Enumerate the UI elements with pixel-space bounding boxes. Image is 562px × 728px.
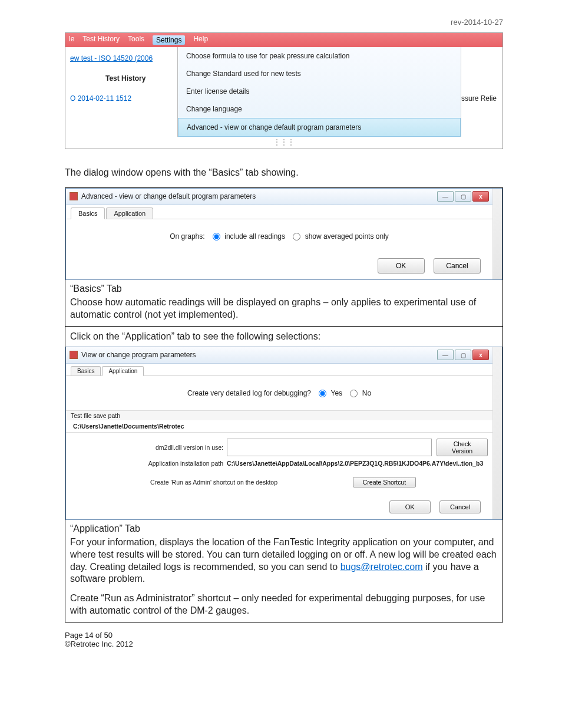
application-dialog-title: View or change program parameters [81, 351, 437, 359]
run-admin-label: Create 'Run as Admin' shortcut on the de… [71, 479, 281, 486]
minimize-button[interactable]: — [437, 350, 454, 360]
cancel-button[interactable]: Cancel [439, 500, 481, 513]
radio-log-no-label: No [362, 389, 371, 397]
application-dialog: View or change program parameters — ▢ x … [65, 347, 503, 520]
on-graphs-row: On graphs: include all readings show ave… [77, 232, 482, 241]
dialog-icon [70, 351, 78, 359]
application-caption: “Application” Tab [65, 520, 503, 534]
radio-include-all-label: include all readings [224, 232, 285, 241]
radio-include-all[interactable] [213, 233, 220, 241]
radio-log-no[interactable] [350, 390, 358, 397]
grip-icon: ⋮⋮⋮ [65, 137, 503, 149]
tab-basics[interactable]: Basics [71, 366, 101, 375]
ok-button[interactable]: OK [378, 258, 425, 274]
basics-description: Choose how automatic readings will be di… [65, 294, 503, 326]
menu-item-test-history[interactable]: Test History [82, 35, 120, 45]
savepath-label: Test file save path [66, 410, 492, 420]
ok-button[interactable]: OK [389, 500, 431, 513]
cancel-button[interactable]: Cancel [434, 258, 481, 274]
create-shortcut-button[interactable]: Create Shortcut [353, 477, 416, 487]
left-link-new-test[interactable]: ew test - ISO 14520 (2006 [70, 54, 173, 62]
minimize-button[interactable]: — [437, 191, 454, 202]
tab-basics[interactable]: Basics [71, 207, 105, 219]
maximize-button[interactable]: ▢ [455, 191, 471, 202]
close-button[interactable]: x [472, 350, 489, 360]
on-graphs-label: On graphs: [170, 232, 204, 241]
application-description-2: Create “Run as Administrator” shortcut –… [65, 590, 503, 622]
overflow-right: ssure Relie [461, 47, 503, 137]
menu-left-panel: ew test - ISO 14520 (2006 Test History O… [65, 47, 177, 137]
settings-item-license[interactable]: Enter license details [178, 83, 461, 100]
click-application-text: Click on the “Application” tab to see th… [65, 326, 503, 347]
menu-item-tools[interactable]: Tools [128, 35, 144, 45]
check-version-button[interactable]: Check Version [437, 439, 488, 456]
settings-item-formula[interactable]: Choose formula to use for peak pressure … [178, 47, 461, 65]
copyright: ©Retrotec Inc. 2012 [65, 640, 503, 648]
scrollbar[interactable] [492, 189, 502, 279]
radio-log-yes-label: Yes [331, 389, 343, 397]
application-description-1: For your information, displays the locat… [65, 534, 503, 590]
dialog-icon [70, 192, 78, 200]
basics-dialog-title: Advanced - view or change default progra… [81, 192, 437, 200]
basics-dialog: Advanced - view or change default progra… [65, 188, 503, 280]
menu-item-le[interactable]: le [69, 35, 74, 45]
menu-item-settings[interactable]: Settings [153, 35, 185, 45]
scrollbar[interactable] [492, 347, 502, 519]
dll-version-field[interactable] [227, 439, 432, 456]
tab-application[interactable]: Application [106, 207, 153, 219]
install-path-value: C:\Users\Janette\AppData\Local\Apps\2.0\… [227, 460, 488, 467]
settings-item-language[interactable]: Change language [178, 100, 461, 118]
radio-averaged[interactable] [293, 233, 300, 241]
tab-application[interactable]: Application [102, 366, 144, 376]
settings-item-standard[interactable]: Change Standard used for new tests [178, 65, 461, 83]
basics-frame: Advanced - view or change default progra… [65, 187, 503, 622]
intro-paragraph: The dialog window opens with the “Basics… [65, 167, 503, 179]
settings-dropdown: Choose formula to use for peak pressure … [177, 47, 461, 137]
detailed-log-label: Create very detailed log for debugging? [187, 389, 311, 397]
basics-caption: “Basics” Tab [65, 280, 503, 294]
menu-screenshot: le Test History Tools Settings Help ew t… [65, 32, 503, 149]
close-button[interactable]: x [472, 191, 489, 202]
savepath-value: C:\Users\Janette\Documents\Retrotec [66, 420, 492, 433]
revision-date: rev-2014-10-27 [65, 18, 503, 27]
radio-log-yes[interactable] [319, 390, 326, 397]
bugs-email-link[interactable]: bugs@retrotec.com [340, 562, 423, 572]
maximize-button[interactable]: ▢ [455, 350, 471, 360]
menubar: le Test History Tools Settings Help [65, 33, 503, 47]
menu-item-help[interactable]: Help [193, 35, 208, 45]
dll-version-label: dm2dll.dll version in use: [71, 444, 227, 451]
left-link-history-item[interactable]: O 2014-02-11 1512 [70, 94, 173, 103]
page-number: Page 14 of 50 [65, 631, 503, 640]
settings-item-advanced[interactable]: Advanced - view or change default progra… [178, 118, 461, 137]
left-header-test-history: Test History [105, 74, 173, 83]
install-path-label: Application installation path [71, 460, 227, 467]
radio-averaged-label: show averaged points only [305, 232, 389, 241]
